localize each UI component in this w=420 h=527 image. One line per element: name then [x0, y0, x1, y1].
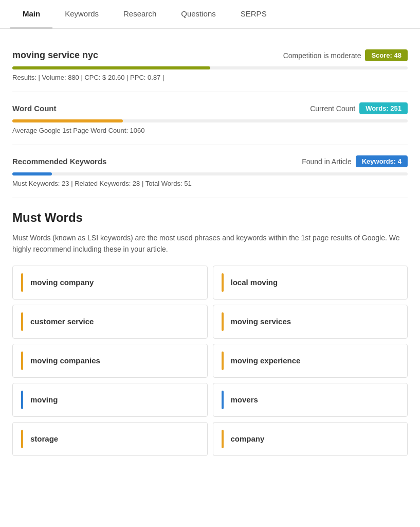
- tab-questions[interactable]: Questions: [169, 0, 228, 29]
- keyword-item: movers: [213, 383, 408, 417]
- keyword-accent-bar: [21, 312, 23, 331]
- tab-serps[interactable]: SERPS: [228, 0, 279, 29]
- keyword-item: moving company: [12, 266, 208, 300]
- keyword-item: moving experience: [213, 344, 408, 378]
- competition-label: Competition is moderate: [283, 51, 361, 60]
- keyword-label: moving: [30, 395, 58, 404]
- keyword-accent-bar: [222, 352, 224, 370]
- keyword-label: moving companies: [30, 356, 100, 365]
- keyword-accent-bar: [21, 352, 23, 370]
- word-count-avg: Average Google 1st Page Word Count: 1060: [12, 127, 408, 134]
- keyword-item: customer service: [12, 305, 208, 339]
- keyword-progress-bar-wrap: [12, 66, 408, 69]
- keywords-grid: moving companylocal movingcustomer servi…: [12, 266, 408, 456]
- recommended-header: Recommended Keywords Found in Article Ke…: [12, 155, 408, 167]
- keyword-accent-bar: [222, 273, 224, 292]
- must-words-section: Must Words Must Words (known as LSI keyw…: [12, 198, 408, 460]
- keyword-item: storage: [12, 422, 208, 456]
- tab-keywords[interactable]: Keywords: [52, 0, 111, 29]
- recommended-title: Recommended Keywords: [12, 157, 106, 166]
- tab-research[interactable]: Research: [111, 0, 169, 29]
- keyword-item: moving companies: [12, 344, 208, 378]
- found-label: Found in Article: [302, 157, 352, 166]
- keyword-accent-bar: [21, 273, 23, 292]
- must-words-description: Must Words (known as LSI keywords) are t…: [12, 232, 408, 255]
- nav-tabs: Main Keywords Research Questions SERPS: [0, 0, 420, 29]
- word-count-progress-bar: [12, 119, 123, 122]
- keyword-stats: Results: | Volume: 880 | CPC: $ 20.60 | …: [12, 74, 408, 81]
- keyword-label: company: [231, 434, 265, 443]
- found-badge-wrap: Found in Article Keywords: 4: [302, 155, 408, 167]
- recommended-stats: Must Keywords: 23 | Related Keywords: 28…: [12, 180, 408, 187]
- keyword-item: moving: [12, 383, 208, 417]
- word-count-section: Word Count Current Count Words: 251 Aver…: [12, 92, 408, 145]
- keyword-item: moving services: [213, 305, 408, 339]
- keyword-progress-bar: [12, 66, 210, 69]
- word-count-progress-wrap: [12, 119, 408, 122]
- keyword-label: movers: [231, 395, 258, 404]
- keyword-header: moving service nyc Competition is modera…: [12, 49, 408, 61]
- word-count-badge-wrap: Current Count Words: 251: [310, 102, 408, 114]
- keyword-label: customer service: [30, 317, 94, 326]
- keyword-label: moving services: [231, 317, 291, 326]
- main-content: moving service nyc Competition is modera…: [0, 29, 420, 470]
- words-badge: Words: 251: [359, 102, 408, 114]
- word-count-title: Word Count: [12, 104, 57, 113]
- keyword-section: moving service nyc Competition is modera…: [12, 39, 408, 92]
- keyword-label: moving company: [30, 278, 94, 287]
- keyword-accent-bar: [222, 391, 224, 409]
- current-count-label: Current Count: [310, 104, 355, 113]
- keywords-badge: Keywords: 4: [356, 155, 408, 167]
- recommended-progress-bar: [12, 172, 52, 175]
- keyword-label: storage: [30, 434, 58, 443]
- recommended-progress-wrap: [12, 172, 408, 175]
- keyword-label: local moving: [231, 278, 278, 287]
- word-count-header: Word Count Current Count Words: 251: [12, 102, 408, 114]
- keyword-title: moving service nyc: [12, 50, 98, 61]
- tab-main[interactable]: Main: [10, 0, 52, 29]
- keyword-accent-bar: [222, 430, 224, 448]
- keyword-accent-bar: [21, 430, 23, 448]
- recommended-keywords-section: Recommended Keywords Found in Article Ke…: [12, 145, 408, 198]
- competition-info: Competition is moderate Score: 48: [283, 49, 408, 61]
- keyword-accent-bar: [21, 391, 23, 409]
- keyword-label: moving experience: [231, 356, 301, 365]
- keyword-item: local moving: [213, 266, 408, 300]
- must-words-title: Must Words: [12, 210, 408, 225]
- keyword-accent-bar: [222, 312, 224, 331]
- keyword-item: company: [213, 422, 408, 456]
- score-badge: Score: 48: [365, 49, 408, 61]
